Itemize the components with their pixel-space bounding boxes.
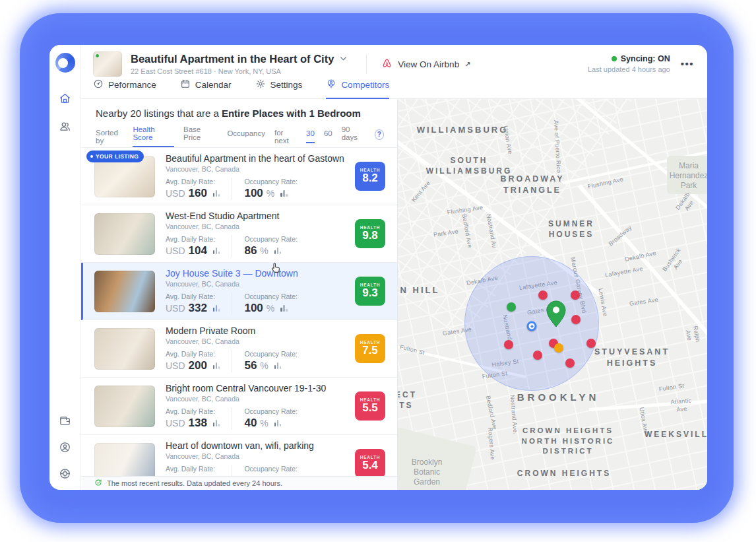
listing-photo xyxy=(94,213,155,255)
sidebar-item-home[interactable] xyxy=(58,92,73,107)
competitors-panel: Nearby 20 listings that are a Entire Pla… xyxy=(81,99,398,490)
health-badge: HEALTH 5.4 xyxy=(355,449,385,478)
app-logo[interactable] xyxy=(55,53,75,73)
listing-location: Vancouver, BC, Canada xyxy=(166,165,348,173)
mini-bar-chart-icon[interactable] xyxy=(280,190,288,197)
page-title: Beautiful Apartment in the Heart of City xyxy=(131,53,334,65)
street-label: Nostrand Av xyxy=(484,213,498,248)
mini-bar-chart-icon[interactable] xyxy=(213,190,220,197)
kebab-menu-icon[interactable]: ••• xyxy=(681,58,694,69)
view-on-airbnb-link[interactable]: View On Airbnb ↗ xyxy=(381,57,470,71)
competitor-dot-red[interactable] xyxy=(504,340,513,349)
header-divider xyxy=(366,54,367,74)
selected-listing-pin[interactable] xyxy=(546,300,567,328)
sync-status: Syncing: ON Last updated 4 hours ago xyxy=(588,54,670,73)
calendar-icon xyxy=(180,79,191,91)
daily-rate-stat: Avg. Daily Rate: USD 160 xyxy=(166,178,220,200)
sidebar-item-team[interactable] xyxy=(58,120,73,135)
occupancy-stat: Occupancy Rate: 56 % xyxy=(232,350,298,372)
wallet-icon xyxy=(59,415,71,430)
last-updated: Last updated 4 hours ago xyxy=(588,65,670,73)
mini-bar-chart-icon[interactable] xyxy=(274,420,282,426)
listing-title[interactable]: Modern Private Room xyxy=(166,325,348,336)
health-score: 8.2 xyxy=(362,172,378,185)
area-label: CROWN HEIGHTS xyxy=(517,468,611,479)
map-canvas[interactable]: WILLIAMSBURGSOUTH WILLIAMSBURGBROADWAY T… xyxy=(398,99,707,490)
mini-bar-chart-icon[interactable] xyxy=(213,248,220,254)
listing-row[interactable]: Joy House Suite 3 — Downtown Vancouver, … xyxy=(81,263,397,320)
listing-title[interactable]: Joy House Suite 3 — Downtown xyxy=(166,268,348,279)
tab-settings[interactable]: Settings xyxy=(255,79,303,99)
competitor-dot-red[interactable] xyxy=(538,290,548,300)
day-option-30[interactable]: 30 xyxy=(306,129,315,143)
occupancy-value: 100 xyxy=(244,302,263,315)
listing-row[interactable]: Bright room Central Vancouver 19-1-30 Va… xyxy=(81,378,397,435)
mini-bar-chart-icon[interactable] xyxy=(280,305,288,312)
sort-option-occupancy[interactable]: Occupancy xyxy=(227,129,265,143)
day-option-60[interactable]: 60 xyxy=(324,129,332,143)
map-park xyxy=(667,156,707,194)
sidebar xyxy=(49,45,81,490)
external-link-arrow: ↗ xyxy=(464,60,470,69)
map-road xyxy=(578,184,707,401)
health-score: 7.5 xyxy=(362,345,378,357)
listing-row[interactable]: West-End Studio Apartment Vancouver, BC,… xyxy=(81,205,397,263)
help-circle-icon[interactable]: ? xyxy=(375,129,384,140)
mini-bar-chart-icon[interactable] xyxy=(213,362,220,369)
mini-bar-chart-icon[interactable] xyxy=(213,305,220,312)
competitor-dot-red[interactable] xyxy=(571,290,580,300)
sort-option-base-price[interactable]: Base Price xyxy=(183,125,218,147)
listing-row[interactable]: YOUR LISTING Beautiful Apartment in the … xyxy=(81,148,397,205)
map-road xyxy=(563,146,707,184)
competitor-dot-green[interactable] xyxy=(507,302,516,312)
mini-bar-chart-icon[interactable] xyxy=(274,248,282,254)
competitor-dot-orange[interactable] xyxy=(554,343,563,353)
street-label: Ralph Ave xyxy=(683,325,702,345)
person-pin-icon xyxy=(326,79,336,91)
area-label: WILLIAMSBURG xyxy=(417,124,509,136)
chevron-down-icon[interactable] xyxy=(339,53,348,65)
refresh-check-icon xyxy=(94,477,102,489)
tab-peformance[interactable]: Peformance xyxy=(93,79,156,99)
area-label: SUMNER HOUSES xyxy=(548,219,594,240)
mini-bar-chart-icon[interactable] xyxy=(213,420,220,426)
occupancy-stat: Occupancy Rate: 86 % xyxy=(232,235,298,257)
listing-title[interactable]: Bright room Central Vancouver 19-1-30 xyxy=(166,383,348,393)
listing-row[interactable]: Modern Private Room Vancouver, BC, Canad… xyxy=(81,320,397,378)
daily-rate-value: 160 xyxy=(189,187,207,200)
home-icon xyxy=(59,92,71,108)
competitor-dot-red[interactable] xyxy=(565,358,575,368)
day-option-90[interactable]: 90 days xyxy=(342,125,365,147)
competitor-dot-red[interactable] xyxy=(533,351,542,360)
sidebar-item-account[interactable] xyxy=(58,441,73,456)
sort-option-health-score[interactable]: Health Score xyxy=(133,125,174,147)
street-label: Lewis Ave xyxy=(596,288,609,318)
competitor-dot-red[interactable] xyxy=(571,315,581,324)
street-label: Broadway xyxy=(607,224,633,248)
sidebar-item-help[interactable] xyxy=(58,467,73,482)
daily-rate-value: 332 xyxy=(189,302,207,315)
listing-photo xyxy=(94,328,155,370)
account-icon xyxy=(59,441,71,456)
tab-calendar[interactable]: Calendar xyxy=(180,79,232,99)
health-badge: HEALTH 5.5 xyxy=(355,391,385,421)
listing-title[interactable]: Beautiful Apartment in the heart of Gast… xyxy=(166,153,348,164)
sidebar-item-wallet[interactable] xyxy=(58,415,73,429)
sort-bar: Sorted by Health Score Base Price Occupa… xyxy=(96,125,384,147)
your-location-dot[interactable] xyxy=(527,322,537,331)
occupancy-stat: Occupancy Rate: 40 % xyxy=(232,407,298,430)
street-label: Bushwick Ave xyxy=(659,244,691,280)
map-park xyxy=(398,426,477,490)
competitor-dot-red[interactable] xyxy=(586,339,596,348)
listing-title[interactable]: Heart of downtown van, wifi, parking xyxy=(166,440,348,451)
tab-competitors[interactable]: Competitors xyxy=(326,79,389,99)
airbnb-icon xyxy=(381,57,393,71)
area-label: PECT HTS xyxy=(398,390,417,411)
listing-title[interactable]: West-End Studio Apartment xyxy=(166,211,348,221)
results-footer: The most recent results. Data updated ev… xyxy=(81,476,397,490)
occupancy-value: 40 xyxy=(244,417,257,430)
listing-location: Vancouver, BC, Canada xyxy=(166,222,348,230)
map-road xyxy=(568,99,707,228)
mini-bar-chart-icon[interactable] xyxy=(274,362,282,369)
map-road xyxy=(589,399,707,411)
